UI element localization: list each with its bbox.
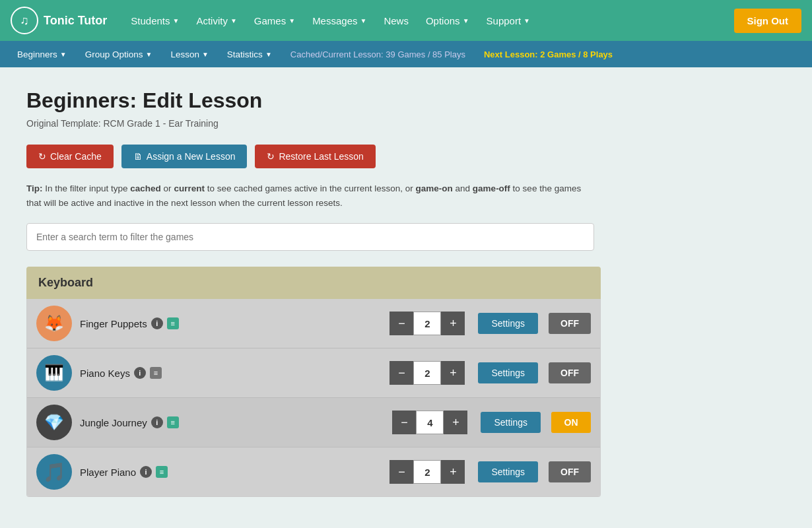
increment-button[interactable]: + bbox=[441, 312, 465, 335]
nav-item-messages[interactable]: Messages ▼ bbox=[304, 10, 374, 32]
nav-item-students[interactable]: Students ▼ bbox=[123, 10, 187, 32]
stepper: − 2 + bbox=[389, 460, 465, 484]
chevron-down-icon: ▼ bbox=[524, 17, 530, 24]
chevron-down-icon: ▼ bbox=[463, 17, 469, 24]
logo-icon: ♫ bbox=[11, 7, 38, 34]
game-list: 🦊 Finger Puppets i ≡ − 2 + Settings OFF … bbox=[26, 299, 601, 497]
clear-cache-button[interactable]: ↻ Clear Cache bbox=[26, 145, 114, 168]
refresh-icon: ↻ bbox=[38, 151, 46, 162]
section-title: Keyboard bbox=[26, 267, 601, 299]
chevron-down-icon: ▼ bbox=[230, 17, 237, 24]
settings-button[interactable]: Settings bbox=[478, 313, 538, 334]
sign-out-button[interactable]: Sign Out bbox=[734, 9, 802, 33]
toggle-button[interactable]: ON bbox=[551, 412, 591, 433]
stepper: − 2 + bbox=[389, 361, 465, 385]
subnav-lesson[interactable]: Lesson ▼ bbox=[161, 44, 217, 65]
info-icon[interactable]: i bbox=[134, 367, 146, 379]
nav-item-support[interactable]: Support ▼ bbox=[479, 10, 538, 32]
info-icon[interactable]: i bbox=[140, 466, 152, 478]
keyboard-section: Keyboard 🦊 Finger Puppets i ≡ − 2 + Sett… bbox=[26, 267, 601, 497]
avatar: 💎 bbox=[36, 405, 72, 440]
nav-item-options[interactable]: Options ▼ bbox=[418, 10, 477, 32]
page-subtitle: Original Template: RCM Grade 1 - Ear Tra… bbox=[26, 118, 607, 129]
toggle-button[interactable]: OFF bbox=[549, 461, 591, 482]
list-icon[interactable]: ≡ bbox=[167, 317, 179, 329]
game-row: 🎹 Piano Keys i ≡ − 2 + Settings OFF bbox=[27, 348, 600, 397]
logo-area[interactable]: ♫ Tonic Tutor bbox=[11, 7, 107, 34]
toggle-button[interactable]: OFF bbox=[549, 362, 591, 383]
subnav-beginners[interactable]: Beginners ▼ bbox=[8, 44, 76, 65]
stepper: − 4 + bbox=[392, 411, 467, 434]
top-navigation: ♫ Tonic Tutor Students ▼ Activity ▼ Game… bbox=[0, 0, 812, 41]
game-name: Jungle Journey i ≡ bbox=[80, 416, 384, 428]
chevron-down-icon: ▼ bbox=[360, 17, 367, 24]
chevron-down-icon: ▼ bbox=[265, 51, 272, 58]
subnav-group-options[interactable]: Group Options ▼ bbox=[76, 44, 162, 65]
stepper-value: 4 bbox=[416, 411, 444, 434]
list-icon[interactable]: ≡ bbox=[167, 416, 179, 428]
main-content: Beginners: Edit Lesson Original Template… bbox=[0, 67, 634, 525]
avatar: 🎵 bbox=[36, 454, 72, 490]
avatar: 🎹 bbox=[36, 355, 72, 391]
increment-button[interactable]: + bbox=[441, 361, 465, 385]
tip-text: Tip: In the filter input type cached or … bbox=[26, 182, 594, 210]
game-name: Player Piano i ≡ bbox=[80, 466, 382, 478]
increment-button[interactable]: + bbox=[444, 411, 467, 434]
search-input[interactable] bbox=[26, 223, 594, 251]
chevron-down-icon: ▼ bbox=[146, 51, 152, 58]
subnav-statistics[interactable]: Statistics ▼ bbox=[218, 44, 281, 65]
chevron-down-icon: ▼ bbox=[60, 51, 67, 58]
next-lesson-info: Next Lesson: 2 Games / 8 Plays bbox=[475, 44, 622, 65]
game-name: Piano Keys i ≡ bbox=[80, 367, 382, 379]
settings-button[interactable]: Settings bbox=[478, 362, 538, 383]
settings-button[interactable]: Settings bbox=[481, 412, 541, 433]
game-row: 🎵 Player Piano i ≡ − 2 + Settings OFF bbox=[27, 447, 600, 496]
chevron-down-icon: ▼ bbox=[288, 17, 295, 24]
decrement-button[interactable]: − bbox=[392, 411, 416, 434]
nav-items: Students ▼ Activity ▼ Games ▼ Messages ▼… bbox=[123, 10, 733, 32]
avatar: 🦊 bbox=[36, 306, 72, 341]
sub-navigation: Beginners ▼ Group Options ▼ Lesson ▼ Sta… bbox=[0, 41, 812, 67]
restore-last-lesson-button[interactable]: ↻ Restore Last Lesson bbox=[255, 145, 375, 168]
list-icon[interactable]: ≡ bbox=[156, 466, 168, 478]
decrement-button[interactable]: − bbox=[389, 460, 413, 484]
info-icon[interactable]: i bbox=[151, 416, 163, 428]
page-title: Beginners: Edit Lesson bbox=[26, 88, 607, 113]
game-name: Finger Puppets i ≡ bbox=[80, 317, 382, 329]
nav-item-activity[interactable]: Activity ▼ bbox=[188, 10, 244, 32]
restore-icon: ↻ bbox=[267, 151, 275, 162]
increment-button[interactable]: + bbox=[441, 460, 465, 484]
cached-lesson-info: Cached/Current Lesson: 39 Games / 85 Pla… bbox=[281, 44, 475, 65]
game-row: 💎 Jungle Journey i ≡ − 4 + Settings ON bbox=[27, 397, 600, 447]
assign-new-lesson-button[interactable]: 🗎 Assign a New Lesson bbox=[121, 145, 248, 168]
stepper-value: 2 bbox=[413, 361, 441, 385]
assign-icon: 🗎 bbox=[133, 151, 143, 162]
game-row: 🦊 Finger Puppets i ≡ − 2 + Settings OFF bbox=[27, 299, 600, 348]
info-icon[interactable]: i bbox=[151, 317, 163, 329]
nav-item-news[interactable]: News bbox=[376, 10, 417, 32]
stepper: − 2 + bbox=[389, 312, 465, 335]
nav-item-games[interactable]: Games ▼ bbox=[246, 10, 303, 32]
stepper-value: 2 bbox=[413, 312, 441, 335]
chevron-down-icon: ▼ bbox=[202, 51, 209, 58]
decrement-button[interactable]: − bbox=[389, 312, 413, 335]
action-buttons: ↻ Clear Cache 🗎 Assign a New Lesson ↻ Re… bbox=[26, 145, 607, 168]
settings-button[interactable]: Settings bbox=[478, 461, 538, 482]
decrement-button[interactable]: − bbox=[389, 361, 413, 385]
brand-name: Tonic Tutor bbox=[44, 14, 107, 28]
chevron-down-icon: ▼ bbox=[173, 17, 180, 24]
stepper-value: 2 bbox=[413, 460, 441, 484]
toggle-button[interactable]: OFF bbox=[549, 313, 591, 334]
list-icon[interactable]: ≡ bbox=[150, 367, 162, 379]
